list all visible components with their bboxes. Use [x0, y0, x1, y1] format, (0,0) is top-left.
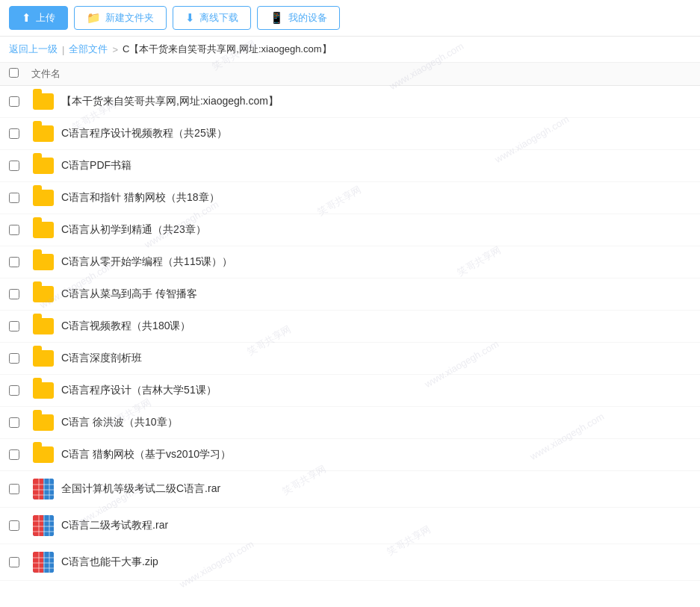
- filename-column-header: 文件名: [31, 67, 691, 81]
- folder-icon: [33, 286, 54, 302]
- svg-rect-23: [49, 552, 50, 573]
- offline-download-button[interactable]: ⬇ 离线下载: [173, 6, 251, 30]
- file-checkbox-area: [9, 193, 31, 203]
- folder-icon: [33, 446, 54, 463]
- file-name[interactable]: C语言 徐洪波（共10章）: [61, 416, 691, 429]
- file-checkbox-area: [9, 289, 31, 299]
- file-select-checkbox[interactable]: [9, 321, 19, 331]
- list-item: C语言从初学到精通（共23章）: [0, 214, 700, 246]
- file-select-checkbox[interactable]: [9, 484, 19, 494]
- file-checkbox-area: [9, 257, 31, 267]
- file-select-checkbox[interactable]: [9, 225, 19, 235]
- file-name[interactable]: C语言深度剖析班: [61, 352, 691, 365]
- list-item: 【本干货来自笑哥共享网,网址:xiaogegh.com】: [0, 86, 700, 118]
- file-name[interactable]: C语言从初学到精通（共23章）: [61, 223, 691, 237]
- file-select-checkbox[interactable]: [9, 353, 19, 364]
- file-name[interactable]: C语言视频教程（共180课）: [61, 320, 691, 333]
- list-item: 全国计算机等级考试二级C语言.rar: [0, 471, 700, 508]
- svg-rect-13: [38, 515, 40, 536]
- svg-rect-6: [43, 479, 45, 499]
- file-checkbox-area: [9, 557, 31, 567]
- download-icon: ⬇: [185, 11, 195, 25]
- upload-label: 上传: [36, 11, 55, 25]
- breadcrumb: 返回上一级 | 全部文件 > C【本干货来自笑哥共享网,网址:xiaogegh.…: [0, 37, 700, 63]
- file-select-checkbox[interactable]: [9, 96, 19, 107]
- my-device-button[interactable]: 📱 我的设备: [257, 6, 340, 30]
- file-name[interactable]: C语言程序设计（吉林大学51课）: [61, 384, 691, 397]
- file-select-checkbox[interactable]: [9, 520, 19, 531]
- file-name[interactable]: C语言程序设计视频教程（共25课）: [61, 127, 691, 140]
- file-checkbox-area: [9, 161, 31, 171]
- folder-icon: [33, 414, 54, 431]
- device-icon: 📱: [270, 11, 284, 25]
- all-files-link[interactable]: 全部文件: [69, 43, 108, 56]
- select-all-checkbox[interactable]: [9, 68, 19, 78]
- file-select-checkbox[interactable]: [9, 193, 19, 203]
- back-link[interactable]: 返回上一级: [9, 43, 58, 56]
- svg-rect-5: [38, 479, 40, 499]
- file-select-checkbox[interactable]: [9, 417, 19, 428]
- header-checkbox-area: [9, 68, 31, 80]
- svg-rect-21: [38, 552, 40, 573]
- svg-rect-22: [43, 552, 45, 573]
- folder-icon: [33, 222, 54, 238]
- rar-icon: [33, 515, 54, 536]
- file-name[interactable]: C语言二级考试教程.rar: [61, 519, 691, 532]
- file-checkbox-area: [9, 225, 31, 235]
- list-item: C语言 徐洪波（共10章）: [0, 407, 700, 439]
- file-name[interactable]: C语言也能干大事.zip: [61, 555, 691, 569]
- file-select-checkbox[interactable]: [9, 257, 19, 267]
- list-item: C语言和指针 猎豹网校（共18章）: [0, 182, 700, 214]
- file-name[interactable]: C语言PDF书籍: [61, 159, 691, 172]
- file-select-checkbox[interactable]: [9, 289, 19, 299]
- file-select-checkbox[interactable]: [9, 449, 19, 460]
- file-checkbox-area: [9, 353, 31, 364]
- folder-icon: [33, 93, 54, 110]
- zip-icon: [33, 552, 54, 573]
- file-name[interactable]: C语言从零开始学编程（共115课））: [61, 255, 691, 269]
- file-list: 【本干货来自笑哥共享网,网址:xiaogegh.com】C语言程序设计视频教程（…: [0, 86, 700, 581]
- svg-rect-7: [49, 479, 50, 499]
- file-checkbox-area: [9, 96, 31, 107]
- file-checkbox-area: [9, 385, 31, 396]
- list-item: C语言从零开始学编程（共115课））: [0, 246, 700, 278]
- my-device-label: 我的设备: [288, 11, 327, 25]
- file-checkbox-area: [9, 520, 31, 531]
- offline-download-label: 离线下载: [199, 11, 238, 25]
- rar-icon: [33, 479, 54, 499]
- folder-icon: [33, 125, 54, 142]
- list-item: C语言程序设计视频教程（共25课）: [0, 118, 700, 150]
- file-name[interactable]: C语言 猎豹网校（基于vs2010学习）: [61, 448, 691, 461]
- file-checkbox-area: [9, 449, 31, 460]
- file-checkbox-area: [9, 128, 31, 139]
- toolbar: ⬆ 上传 📁 新建文件夹 ⬇ 离线下载 📱 我的设备: [0, 0, 700, 37]
- file-select-checkbox[interactable]: [9, 128, 19, 139]
- file-select-checkbox[interactable]: [9, 161, 19, 171]
- file-checkbox-area: [9, 321, 31, 331]
- list-item: C语言PDF书籍: [0, 150, 700, 182]
- list-item: C语言从菜鸟到高手 传智播客: [0, 278, 700, 311]
- list-item: C语言也能干大事.zip: [0, 544, 700, 581]
- new-folder-button[interactable]: 📁 新建文件夹: [74, 6, 167, 30]
- file-checkbox-area: [9, 484, 31, 494]
- upload-icon: ⬆: [22, 11, 31, 25]
- list-item: C语言程序设计（吉林大学51课）: [0, 375, 700, 407]
- folder-icon: [33, 254, 54, 270]
- breadcrumb-current: C【本干货来自笑哥共享网,网址:xiaogegh.com】: [123, 43, 332, 56]
- svg-rect-14: [43, 515, 45, 536]
- file-select-checkbox[interactable]: [9, 557, 19, 567]
- upload-button[interactable]: ⬆ 上传: [9, 6, 68, 30]
- file-name[interactable]: C语言从菜鸟到高手 传智播客: [61, 287, 691, 301]
- folder-icon: [33, 318, 54, 334]
- file-list-header: 文件名: [0, 63, 700, 86]
- svg-rect-15: [49, 515, 50, 536]
- folder-icon: [33, 350, 54, 367]
- file-name[interactable]: C语言和指针 猎豹网校（共18章）: [61, 191, 691, 205]
- file-name[interactable]: 全国计算机等级考试二级C语言.rar: [61, 482, 691, 496]
- folder-add-icon: 📁: [87, 11, 101, 25]
- list-item: C语言二级考试教程.rar: [0, 508, 700, 544]
- folder-icon: [33, 190, 54, 206]
- list-item: C语言深度剖析班: [0, 343, 700, 375]
- file-name[interactable]: 【本干货来自笑哥共享网,网址:xiaogegh.com】: [61, 95, 691, 108]
- file-select-checkbox[interactable]: [9, 385, 19, 396]
